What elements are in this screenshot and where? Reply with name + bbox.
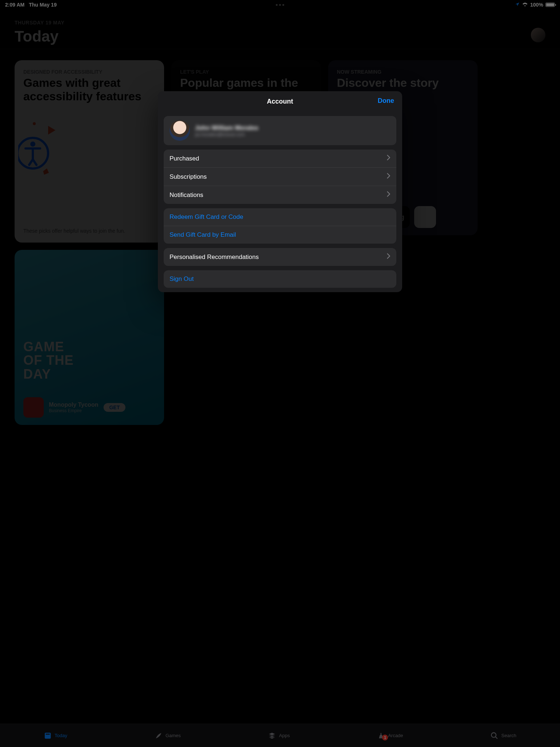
send-gift-card-row[interactable]: Send Gift Card by Email (164, 226, 350, 244)
subscriptions-row[interactable]: Subscriptions (164, 167, 350, 186)
row-label: Notifications (170, 191, 203, 199)
purchased-row[interactable]: Purchased (164, 150, 350, 167)
row-label: Purchased (170, 155, 199, 162)
profile-name: John William Morales (195, 124, 258, 132)
profile-row[interactable]: John William Morales jw.morales@icloud.c… (164, 116, 350, 145)
row-label: Sign Out (170, 275, 194, 283)
row-label: Send Gift Card by Email (170, 231, 236, 239)
row-label: Subscriptions (170, 173, 207, 181)
account-sheet: Account Done John William Morales jw.mor… (158, 91, 350, 292)
sheet-title: Account (267, 98, 293, 105)
personalised-recommendations-row[interactable]: Personalised Recommendations (164, 248, 350, 266)
notifications-row[interactable]: Notifications (164, 186, 350, 204)
row-label: Redeem Gift Card or Code (170, 213, 243, 221)
redeem-gift-card-row[interactable]: Redeem Gift Card or Code (164, 208, 350, 226)
sign-out-row[interactable]: Sign Out (164, 270, 350, 288)
profile-avatar-icon (170, 120, 190, 141)
row-label: Personalised Recommendations (170, 253, 259, 261)
profile-email: jw.morales@icloud.com (195, 132, 258, 137)
